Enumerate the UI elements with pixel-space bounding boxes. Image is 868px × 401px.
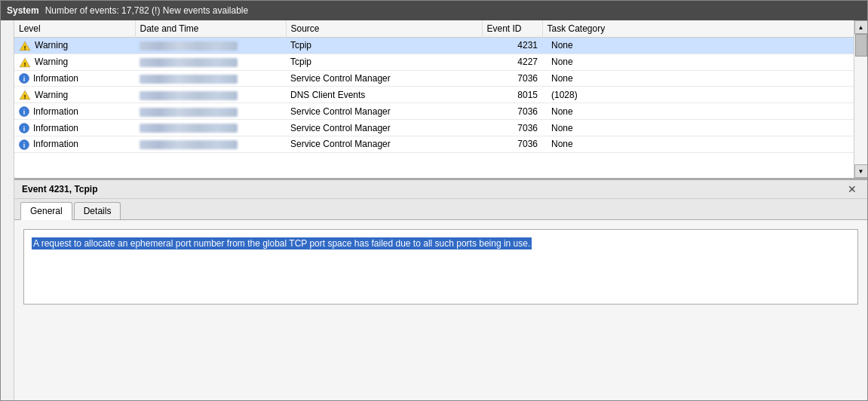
cell-taskcategory: None (542, 70, 854, 87)
cell-datetime (135, 38, 286, 54)
cell-source: Service Control Manager (286, 136, 482, 152)
warning-icon: ! (19, 57, 31, 68)
close-button[interactable]: ✕ (845, 184, 860, 194)
cell-taskcategory: None (542, 38, 854, 54)
cell-source: Service Control Manager (286, 70, 482, 87)
level-label: Information (33, 139, 78, 149)
cell-level: ! Warning (14, 38, 135, 54)
col-header-datetime: Date and Time (135, 20, 286, 38)
cell-source: DNS Client Events (286, 87, 482, 103)
warning-icon: ! (19, 89, 31, 100)
cell-eventid: 4227 (482, 54, 542, 70)
svg-text:i: i (23, 142, 26, 149)
scroll-track[interactable] (854, 34, 867, 164)
cell-level: i Information (14, 103, 135, 120)
cell-source: Service Control Manager (286, 103, 482, 120)
cell-eventid: 7036 (482, 70, 542, 87)
cell-level: i Information (14, 120, 135, 136)
vertical-scrollbar[interactable]: ▲ ▼ (854, 20, 867, 178)
cell-taskcategory: (1028) (542, 87, 854, 103)
event-message-text: A request to allocate an ephemeral port … (32, 237, 532, 249)
left-sidebar (1, 20, 14, 400)
level-label: Warning (35, 90, 68, 100)
scroll-down-button[interactable]: ▼ (854, 164, 868, 178)
svg-text:!: ! (24, 93, 26, 100)
cell-taskcategory: None (542, 120, 854, 136)
event-message-box: A request to allocate an ephemeral port … (23, 229, 858, 305)
col-header-source: Source (286, 20, 482, 38)
cell-level: i Information (14, 70, 135, 87)
table-row[interactable]: i InformationService Control Manager7036… (14, 70, 854, 87)
window-title: System (7, 5, 39, 16)
tab-details[interactable]: Details (74, 202, 121, 219)
cell-eventid: 7036 (482, 136, 542, 152)
table-row[interactable]: i InformationService Control Manager7036… (14, 136, 854, 152)
info-icon: i (19, 122, 29, 133)
table-row[interactable]: ! WarningDNS Client Events8015(1028) (14, 87, 854, 103)
cell-datetime (135, 103, 286, 120)
cell-datetime (135, 120, 286, 136)
events-table: Level Date and Time Source Event ID Task… (14, 20, 854, 153)
tab-general[interactable]: General (20, 202, 72, 220)
table-row[interactable]: ! WarningTcpip4231None (14, 38, 854, 54)
level-label: Information (33, 73, 78, 84)
info-icon: i (19, 73, 29, 84)
col-header-eventid: Event ID (482, 20, 542, 38)
scroll-up-button[interactable]: ▲ (854, 20, 868, 34)
table-wrapper: Level Date and Time Source Event ID Task… (14, 20, 867, 178)
cell-eventid: 8015 (482, 87, 542, 103)
table-row[interactable]: i InformationService Control Manager7036… (14, 120, 854, 136)
event-detail-title: Event 4231, Tcpip (22, 184, 97, 194)
header-bar: System Number of events: 17,782 (!) New … (1, 1, 867, 20)
table-header: Level Date and Time Source Event ID Task… (14, 20, 854, 38)
event-detail-panel: Event 4231, Tcpip ✕ General Details A re… (14, 179, 867, 400)
col-header-taskcategory: Task Category (542, 20, 854, 38)
cell-source: Tcpip (286, 54, 482, 70)
tabs-row: General Details (14, 199, 867, 220)
cell-datetime (135, 70, 286, 87)
cell-taskcategory: None (542, 136, 854, 152)
app-window: System Number of events: 17,782 (!) New … (0, 0, 868, 401)
cell-datetime (135, 54, 286, 70)
cell-datetime (135, 136, 286, 152)
table-row[interactable]: ! WarningTcpip4227None (14, 54, 854, 70)
cell-source: Tcpip (286, 38, 482, 54)
cell-level: ! Warning (14, 87, 135, 103)
cell-taskcategory: None (542, 103, 854, 120)
info-icon: i (19, 139, 29, 150)
events-table-section: Level Date and Time Source Event ID Task… (14, 20, 867, 179)
event-content: A request to allocate an ephemeral port … (14, 220, 867, 400)
level-label: Warning (35, 40, 68, 51)
right-content: Level Date and Time Source Event ID Task… (14, 20, 867, 400)
cell-level: i Information (14, 136, 135, 152)
level-label: Information (33, 123, 78, 133)
table-row[interactable]: i InformationService Control Manager7036… (14, 103, 854, 120)
warning-icon: ! (19, 40, 31, 51)
cell-level: ! Warning (14, 54, 135, 70)
cell-eventid: 4231 (482, 38, 542, 54)
level-label: Information (33, 106, 78, 117)
svg-text:!: ! (24, 44, 26, 51)
cell-taskcategory: None (542, 54, 854, 70)
svg-text:!: ! (24, 60, 26, 67)
table-body: ! WarningTcpip4231None ! WarningTcpip422… (14, 38, 854, 153)
cell-eventid: 7036 (482, 120, 542, 136)
svg-text:i: i (23, 125, 26, 133)
svg-text:i: i (23, 75, 26, 83)
cell-datetime (135, 87, 286, 103)
cell-eventid: 7036 (482, 103, 542, 120)
level-label: Warning (35, 57, 68, 67)
event-count: Number of events: 17,782 (!) New events … (45, 5, 249, 16)
cell-source: Service Control Manager (286, 120, 482, 136)
info-icon: i (19, 106, 29, 117)
col-header-level: Level (14, 20, 135, 38)
svg-text:i: i (23, 109, 26, 116)
content-area: Level Date and Time Source Event ID Task… (1, 20, 867, 400)
event-detail-header: Event 4231, Tcpip ✕ (14, 180, 867, 199)
scroll-thumb[interactable] (855, 34, 867, 57)
